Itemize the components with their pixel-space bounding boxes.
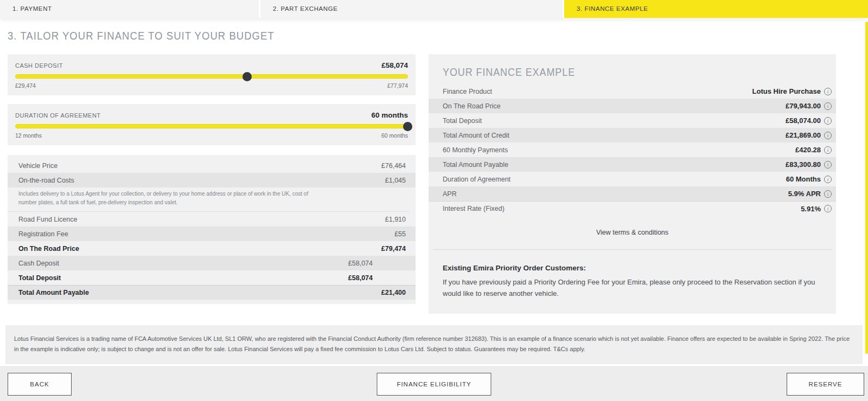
row-value: £58,074 <box>348 274 373 282</box>
footer-action-bar: BACK FINANCE ELIGIBILITY RESERVE <box>0 366 868 401</box>
table-row: On The Road Price £79,474 <box>8 241 416 256</box>
notice-body: If you have previously paid a Priority O… <box>443 276 825 300</box>
table-row: Total Deposit £58,074 <box>8 270 416 285</box>
cash-deposit-value: £58,074 <box>381 61 408 69</box>
finance-eligibility-button[interactable]: FINANCE ELIGIBILITY <box>377 373 492 396</box>
finance-row: 60 Monthly Payments £420.28 <box>429 143 836 157</box>
row-value: £79,474 <box>381 245 406 253</box>
cash-deposit-min: £29,474 <box>15 82 36 89</box>
finance-row: On The Road Price £79,943.00 <box>429 99 836 113</box>
priority-customers-notice: Existing Emira Priority Order Customers:… <box>429 264 836 300</box>
row-value: £1,910 <box>385 216 406 223</box>
price-breakdown-table: Vehicle Price £76,464 On-the-road Costs … <box>8 155 416 304</box>
info-icon[interactable] <box>824 132 832 139</box>
row-label: On-the-road Costs <box>18 177 74 184</box>
info-icon[interactable] <box>824 146 832 154</box>
info-icon[interactable] <box>824 205 832 212</box>
row-label: APR <box>443 190 457 198</box>
row-label: Cash Deposit <box>18 260 59 267</box>
row-label: 60 Monthly Payments <box>443 146 508 154</box>
cash-deposit-label: CASH DEPOSIT <box>15 62 63 69</box>
info-icon[interactable] <box>824 161 832 169</box>
tab-payment[interactable]: 1. PAYMENT <box>0 0 259 18</box>
row-value: 5.91% <box>801 205 821 213</box>
finance-row: Total Amount Payable £83,300.80 <box>429 157 836 172</box>
info-icon[interactable] <box>824 190 832 198</box>
cash-deposit-max: £77,974 <box>387 82 408 89</box>
row-value: Lotus Hire Purchase <box>752 87 821 95</box>
back-button[interactable]: BACK <box>8 373 72 396</box>
table-row: Vehicle Price £76,464 <box>8 158 416 173</box>
duration-label: DURATION OF AGREEMENT <box>15 112 101 119</box>
duration-min: 12 months <box>15 132 42 139</box>
row-value: £1,045 <box>385 177 406 184</box>
row-value: £76,464 <box>381 162 406 170</box>
finance-example-panel: YOUR FINANCE EXAMPLE Finance Product Lot… <box>429 54 836 314</box>
table-row: Road Fund Licence £1,910 <box>8 212 416 227</box>
row-label: Total Deposit <box>443 117 482 125</box>
cash-deposit-slider[interactable] <box>15 74 408 79</box>
row-value: £21,869.00 <box>786 131 821 139</box>
row-label: Duration of Agreement <box>443 176 510 183</box>
legal-disclaimer: Lotus Financial Services is a trading na… <box>5 325 863 364</box>
row-value: £58,074.00 <box>786 117 821 125</box>
finance-row: Finance Product Lotus Hire Purchase <box>429 84 836 99</box>
table-row: Registration Fee £55 <box>8 227 416 241</box>
row-label: On The Road Price <box>18 245 79 253</box>
info-icon[interactable] <box>824 117 832 125</box>
finance-row: Interest Rate (Fixed) 5.91% <box>429 201 836 216</box>
row-label: Vehicle Price <box>18 162 58 170</box>
tab-part-exchange[interactable]: 2. PART EXCHANGE <box>260 0 563 18</box>
finance-row: APR 5.9% APR <box>429 186 836 201</box>
row-value: 5.9% APR <box>788 190 821 198</box>
page-title: 3. TAILOR YOUR FINANCE TO SUIT YOUR BUDG… <box>8 29 275 42</box>
reserve-button[interactable]: RESERVE <box>787 373 864 396</box>
info-icon[interactable] <box>824 176 832 183</box>
row-value: £83,300.80 <box>786 160 821 169</box>
row-label: On The Road Price <box>443 102 501 110</box>
scrollbar-thumb[interactable] <box>865 22 868 354</box>
row-label: Road Fund Licence <box>18 216 77 223</box>
row-label: Total Amount Payable <box>18 289 89 296</box>
on-the-road-costs-note: Includes delivery to a Lotus Agent for y… <box>8 187 409 212</box>
finance-row: Total Deposit £58,074.00 <box>429 113 836 128</box>
row-value: £420.28 <box>795 146 821 154</box>
terms-and-conditions-link[interactable]: View terms & conditions <box>429 229 836 236</box>
finance-controls-column: CASH DEPOSIT £58,074 £29,474 £77,974 DUR… <box>8 54 416 304</box>
finance-row: Duration of Agreement 60 Months <box>429 172 836 186</box>
table-row: Cash Deposit £58,074 <box>8 256 416 270</box>
notice-title: Existing Emira Priority Order Customers: <box>443 264 825 272</box>
cash-deposit-slider-handle[interactable] <box>242 72 252 81</box>
info-icon[interactable] <box>824 102 832 110</box>
duration-card: DURATION OF AGREEMENT 60 months 12 month… <box>8 104 416 145</box>
divider <box>433 249 832 250</box>
step-tab-bar: 1. PAYMENT 2. PART EXCHANGE 3. FINANCE E… <box>0 0 868 18</box>
row-label: Total Amount Payable <box>443 161 508 169</box>
row-label: Finance Product <box>443 88 492 95</box>
row-label: Registration Fee <box>18 230 68 238</box>
finance-row: Total Amount of Credit £21,869.00 <box>429 128 836 143</box>
row-label: Total Amount of Credit <box>443 132 509 139</box>
table-row: On-the-road Costs £1,045 <box>8 173 416 187</box>
finance-example-title: YOUR FINANCE EXAMPLE <box>443 66 797 79</box>
table-row: Total Amount Payable £21,400 <box>8 285 416 300</box>
row-label: Interest Rate (Fixed) <box>443 205 505 212</box>
tab-finance-example[interactable]: 3. FINANCE EXAMPLE <box>564 0 868 18</box>
duration-max: 60 months <box>381 132 408 139</box>
row-value: £21,400 <box>381 289 406 296</box>
row-value: £55 <box>394 230 406 238</box>
info-icon[interactable] <box>824 88 832 95</box>
row-label: Total Deposit <box>18 274 61 282</box>
duration-value: 60 months <box>371 111 408 119</box>
cash-deposit-card: CASH DEPOSIT £58,074 £29,474 £77,974 <box>8 54 416 95</box>
row-value: £58,074 <box>348 260 373 267</box>
row-value: £79,943.00 <box>786 102 821 110</box>
duration-slider-handle[interactable] <box>403 122 412 131</box>
duration-slider[interactable] <box>15 124 408 128</box>
row-value: 60 Months <box>786 175 821 183</box>
